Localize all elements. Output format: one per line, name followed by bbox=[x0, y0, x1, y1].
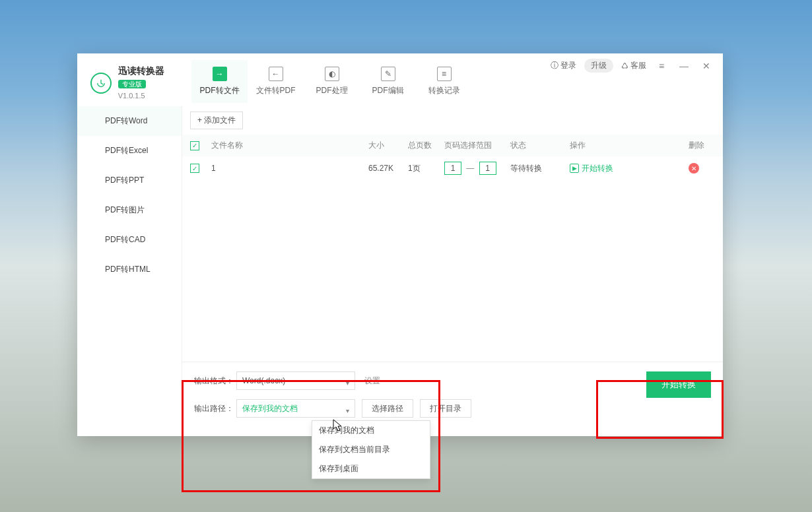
app-name: 迅读转换器 bbox=[118, 65, 178, 77]
history-icon: ≡ bbox=[437, 67, 452, 81]
table-row: ✓ 1 65.27K 1页 1 — 1 等待转换 ▶ 开始转换 ✕ bbox=[182, 156, 723, 180]
process-icon: ◐ bbox=[325, 67, 339, 81]
add-file-button[interactable]: + 添加文件 bbox=[190, 112, 243, 129]
file-import-icon: ← bbox=[269, 67, 283, 81]
tab-label: PDF转文件 bbox=[191, 85, 248, 96]
open-dir-button[interactable]: 打开目录 bbox=[420, 399, 471, 418]
output-path-dropdown: 保存到我的文档 保存到文档当前目录 保存到桌面 bbox=[312, 420, 430, 479]
sidebar-item-pdf-excel[interactable]: PDF转Excel bbox=[77, 136, 182, 166]
row-start-button[interactable]: ▶ 开始转换 bbox=[570, 163, 689, 174]
footer: 输出格式： Word(.docx) ▾ 设置 输出路径： 保存到我的文档 ▾ bbox=[182, 362, 723, 436]
cell-range: 1 — 1 bbox=[444, 162, 510, 175]
body: PDF转Word PDF转Excel PDF转PPT PDF转图片 PDF转CA… bbox=[77, 106, 723, 436]
main-tabs: → PDF转文件 ← 文件转PDF ◐ PDF处理 ✎ PDF编辑 ≡ 转换记录 bbox=[191, 53, 472, 103]
edition-badge: 专业版 bbox=[118, 80, 146, 88]
file-export-icon: → bbox=[213, 67, 227, 81]
support-button[interactable]: ♺ 客服 bbox=[621, 60, 646, 71]
sidebar-item-pdf-ppt[interactable]: PDF转PPT bbox=[77, 166, 182, 195]
cell-name: 1 bbox=[211, 164, 368, 173]
output-path-select[interactable]: 保存到我的文档 ▾ bbox=[236, 399, 355, 418]
row-delete-button[interactable]: ✕ bbox=[689, 163, 699, 174]
tab-pdf-process[interactable]: ◐ PDF处理 bbox=[304, 60, 360, 103]
col-pages: 总页数 bbox=[408, 140, 444, 151]
main: + 添加文件 ✓ 文件名称 大小 总页数 页码选择范围 状态 操作 删除 ✓ 1… bbox=[182, 106, 723, 436]
path-label: 输出路径： bbox=[194, 403, 236, 414]
page-from-input[interactable]: 1 bbox=[444, 162, 461, 175]
tab-file-to-pdf[interactable]: ← 文件转PDF bbox=[248, 60, 304, 103]
sidebar-item-pdf-cad[interactable]: PDF转CAD bbox=[77, 225, 182, 255]
chevron-down-icon: ▾ bbox=[346, 375, 349, 392]
version-label: V1.0.1.5 bbox=[118, 92, 145, 100]
col-name: 文件名称 bbox=[211, 140, 368, 151]
page-to-input[interactable]: 1 bbox=[479, 162, 496, 175]
col-delete: 删除 bbox=[689, 140, 715, 151]
menu-icon[interactable]: ≡ bbox=[654, 61, 669, 71]
start-convert-button[interactable]: 开始转换 bbox=[646, 371, 711, 398]
headset-icon: ♺ bbox=[621, 61, 628, 71]
path-option-currentdir[interactable]: 保存到文档当前目录 bbox=[312, 440, 430, 459]
tab-label: PDF编辑 bbox=[360, 85, 416, 96]
sidebar: PDF转Word PDF转Excel PDF转PPT PDF转图片 PDF转CA… bbox=[77, 106, 182, 436]
tab-label: 文件转PDF bbox=[248, 85, 304, 96]
path-option-desktop[interactable]: 保存到桌面 bbox=[312, 459, 430, 478]
range-sep: — bbox=[466, 164, 474, 173]
cell-size: 65.27K bbox=[368, 164, 408, 173]
tab-history[interactable]: ≡ 转换记录 bbox=[416, 60, 472, 103]
titlebar-right: ⓘ 登录 升级 ♺ 客服 ≡ — ✕ bbox=[551, 53, 723, 73]
sidebar-item-pdf-html[interactable]: PDF转HTML bbox=[77, 255, 182, 284]
col-size: 大小 bbox=[368, 140, 408, 151]
edit-icon: ✎ bbox=[381, 67, 395, 81]
output-format-select[interactable]: Word(.docx) ▾ bbox=[236, 371, 355, 390]
user-icon: ⓘ bbox=[551, 60, 558, 71]
cell-status: 等待转换 bbox=[510, 163, 570, 174]
col-action: 操作 bbox=[570, 140, 689, 151]
login-button[interactable]: ⓘ 登录 bbox=[551, 60, 576, 71]
app-window: 迅读转换器 专业版 V1.0.1.5 → PDF转文件 ← 文件转PDF ◐ P… bbox=[77, 53, 723, 436]
upgrade-button[interactable]: 升级 bbox=[584, 59, 613, 73]
sidebar-item-pdf-image[interactable]: PDF转图片 bbox=[77, 195, 182, 225]
play-icon: ▶ bbox=[570, 164, 579, 173]
select-all-checkbox[interactable]: ✓ bbox=[190, 141, 199, 150]
path-option-mydocs[interactable]: 保存到我的文档 bbox=[312, 421, 430, 440]
choose-path-button[interactable]: 选择路径 bbox=[362, 399, 413, 418]
brand: 迅读转换器 专业版 V1.0.1.5 bbox=[77, 53, 191, 101]
sidebar-item-pdf-word[interactable]: PDF转Word bbox=[77, 106, 182, 136]
close-icon[interactable]: ✕ bbox=[699, 61, 714, 71]
format-label: 输出格式： bbox=[194, 375, 236, 387]
titlebar: 迅读转换器 专业版 V1.0.1.5 → PDF转文件 ← 文件转PDF ◐ P… bbox=[77, 53, 723, 106]
app-logo bbox=[90, 73, 112, 94]
tab-label: 转换记录 bbox=[416, 85, 472, 96]
tab-label: PDF处理 bbox=[304, 85, 360, 96]
col-range: 页码选择范围 bbox=[444, 140, 510, 151]
table-header: ✓ 文件名称 大小 总页数 页码选择范围 状态 操作 删除 bbox=[182, 135, 723, 156]
settings-link[interactable]: 设置 bbox=[364, 375, 380, 387]
cell-pages: 1页 bbox=[408, 163, 444, 174]
minimize-icon[interactable]: — bbox=[677, 61, 691, 71]
tab-pdf-to-file[interactable]: → PDF转文件 bbox=[191, 60, 248, 103]
tab-pdf-edit[interactable]: ✎ PDF编辑 bbox=[360, 60, 416, 103]
chevron-down-icon: ▾ bbox=[346, 402, 349, 420]
col-status: 状态 bbox=[510, 140, 570, 151]
row-checkbox[interactable]: ✓ bbox=[190, 164, 199, 173]
